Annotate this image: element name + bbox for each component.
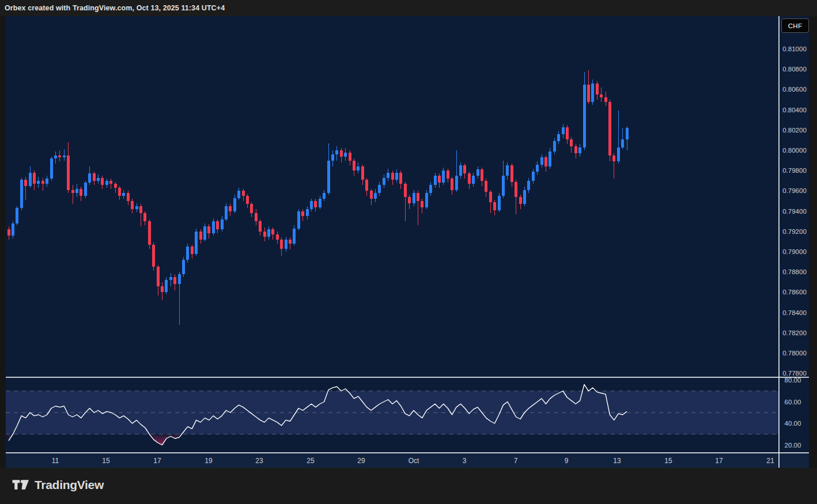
candle (127, 193, 130, 201)
rsi-tick-label: 20.00 (785, 442, 801, 449)
candle (50, 158, 53, 179)
candle (570, 139, 573, 146)
candle (289, 240, 292, 244)
candle (357, 166, 360, 170)
candle (54, 156, 57, 158)
candle (46, 179, 48, 184)
candle (549, 151, 551, 166)
candle (20, 180, 23, 208)
candle (527, 181, 530, 190)
candle (463, 165, 466, 173)
candle (608, 102, 611, 156)
candle (621, 139, 624, 147)
candle (165, 280, 168, 292)
candle (612, 156, 615, 162)
time-tick-label: 17 (715, 457, 723, 465)
candle (255, 213, 258, 221)
candle (536, 165, 539, 172)
candle (370, 191, 373, 199)
attribution-text: Orbex created with TradingView.com, Oct … (0, 4, 225, 12)
candle (498, 196, 501, 210)
candle (178, 274, 181, 285)
candle (532, 172, 535, 181)
price-tick-label: 0.79000 (782, 248, 807, 255)
chart-area[interactable]: 0.810000.808000.806000.804000.802000.800… (6, 16, 809, 468)
candle (387, 173, 389, 178)
candle (114, 184, 117, 188)
candle (340, 150, 343, 157)
candle (216, 221, 219, 229)
candle (75, 189, 78, 193)
chart-canvas[interactable]: 0.810000.808000.806000.804000.802000.800… (6, 16, 809, 468)
candle (349, 153, 351, 161)
candle (41, 181, 44, 184)
candle (502, 176, 505, 196)
candle (327, 161, 330, 193)
candle (131, 201, 134, 209)
candle (378, 185, 381, 193)
candle (425, 193, 428, 207)
candle (306, 209, 309, 216)
candle (566, 127, 569, 139)
time-axis[interactable] (6, 453, 809, 468)
price-tick-label: 0.78800 (782, 268, 807, 275)
candle (173, 277, 176, 284)
candle (408, 197, 411, 203)
footer-bar: TradingView (0, 468, 817, 504)
price-tick-label: 0.79800 (782, 167, 807, 174)
candle (221, 219, 224, 230)
candle (374, 193, 377, 199)
candle (212, 221, 215, 233)
candle (139, 206, 142, 213)
candle (7, 229, 10, 236)
time-tick-label: 21 (766, 457, 774, 465)
tradingview-logo[interactable]: TradingView (12, 477, 104, 492)
candle (442, 170, 445, 183)
candle (250, 204, 253, 213)
candle (109, 181, 112, 184)
candle (399, 173, 402, 184)
candle (157, 267, 160, 286)
price-tick-label: 0.80000 (782, 147, 807, 154)
candle (182, 260, 185, 274)
candle (413, 193, 415, 203)
candle (540, 157, 543, 164)
candle (459, 165, 462, 176)
candle (604, 97, 607, 101)
tradingview-logo-icon (12, 477, 29, 492)
candle (191, 247, 194, 253)
candle (293, 229, 296, 244)
candle (523, 190, 526, 204)
time-tick-label: 19 (205, 457, 213, 465)
candle (271, 229, 274, 234)
candle (58, 156, 61, 158)
time-tick-label: 3 (463, 457, 467, 465)
candle (246, 196, 249, 204)
candle (600, 94, 603, 97)
candle (280, 240, 283, 249)
candle (476, 169, 479, 176)
time-tick-label: 9 (565, 457, 569, 465)
candle (97, 178, 100, 181)
time-tick-label: 17 (153, 457, 161, 465)
candle (455, 176, 458, 190)
candle (199, 232, 202, 240)
candle (276, 234, 279, 240)
candle (135, 206, 138, 209)
candle (195, 232, 198, 254)
candle (506, 165, 509, 176)
candle (365, 180, 368, 191)
rsi-tick-label: 40.00 (785, 420, 801, 427)
time-tick-label: 11 (52, 457, 59, 465)
candle (493, 202, 496, 210)
pane-separator[interactable] (6, 377, 809, 378)
currency-button[interactable]: CHF (781, 18, 809, 33)
rsi-tick-label: 80.00 (785, 377, 801, 384)
candle (297, 211, 300, 229)
candle (429, 185, 432, 193)
time-tick-label: Oct (408, 457, 419, 465)
candle (24, 180, 27, 186)
candle (510, 165, 513, 181)
price-tick-label: 0.80400 (782, 107, 807, 113)
candle (148, 221, 151, 244)
